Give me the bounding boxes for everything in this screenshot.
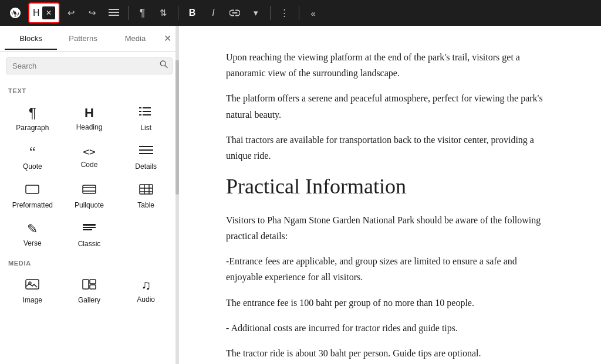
block-table-label: Table <box>137 201 154 209</box>
text-blocks-grid: ¶ Paragraph H Heading List “ <box>0 97 178 255</box>
section-label-media: MEDIA <box>0 255 178 269</box>
toolbar: H ✕ ↩ ↪ ¶ ⇅ B I ▾ ⋮ « <box>0 0 601 26</box>
list-icon <box>139 106 153 120</box>
gallery-icon <box>82 278 96 292</box>
block-classic[interactable]: Classic <box>62 215 117 253</box>
svg-rect-10 <box>143 114 151 115</box>
block-gallery[interactable]: Gallery <box>62 271 117 309</box>
svg-rect-24 <box>83 227 96 228</box>
classic-icon <box>82 222 96 236</box>
italic-button[interactable]: I <box>204 4 223 22</box>
svg-rect-5 <box>139 107 141 108</box>
block-gallery-label: Gallery <box>78 296 100 304</box>
media-blocks-grid: Image Gallery ♫ Audio <box>0 269 178 311</box>
sidebar-scrollbar[interactable] <box>175 26 179 364</box>
block-image[interactable]: Image <box>5 271 60 309</box>
editor-body-4[interactable]: - Additional costs are incurred for trac… <box>226 320 554 336</box>
deselect-block-button[interactable]: ✕ <box>42 6 55 19</box>
block-list[interactable]: List <box>118 99 174 137</box>
search-container <box>0 52 178 78</box>
block-preformatted-label: Preformatted <box>12 201 53 209</box>
svg-rect-0 <box>109 9 119 10</box>
more-rich-text-button[interactable]: ▾ <box>247 4 265 22</box>
block-code-label: Code <box>81 161 98 169</box>
editor-body-2[interactable]: -Entrance fees are applicable, and group… <box>226 253 554 285</box>
block-quote[interactable]: “ Quote <box>5 138 60 175</box>
block-details[interactable]: Details <box>118 138 174 175</box>
editor-paragraph-2[interactable]: The platform offers a serene and peacefu… <box>226 90 554 122</box>
svg-rect-26 <box>26 280 39 289</box>
block-heading-label: Heading <box>76 123 103 131</box>
audio-icon: ♫ <box>141 279 151 292</box>
editor-body-1[interactable]: Visitors to Pha Ngam Stone Garden Nation… <box>226 212 554 244</box>
svg-rect-9 <box>139 114 141 115</box>
svg-rect-12 <box>139 149 153 151</box>
block-verse[interactable]: ✎ Verse <box>5 215 60 253</box>
sidebar: Blocks Patterns Media ✕ TEXT ¶ <box>0 26 179 364</box>
list-view-button[interactable] <box>104 4 123 22</box>
svg-rect-13 <box>139 153 153 154</box>
svg-rect-30 <box>90 285 96 289</box>
toolbar-divider-3 <box>270 6 271 20</box>
svg-rect-18 <box>140 185 153 194</box>
svg-rect-14 <box>26 185 39 193</box>
tab-patterns[interactable]: Patterns <box>57 28 109 50</box>
editor-body-5[interactable]: The tractor ride is about 30 baht per pe… <box>226 345 554 361</box>
block-list-label: List <box>140 124 151 132</box>
tab-blocks[interactable]: Blocks <box>5 28 57 50</box>
block-code[interactable]: <> Code <box>62 138 117 175</box>
search-input[interactable] <box>6 57 173 74</box>
block-selected-indicator[interactable]: H ✕ <box>28 2 60 23</box>
quote-icon: “ <box>29 145 36 159</box>
link-button[interactable] <box>225 4 244 22</box>
block-preformatted[interactable]: Preformatted <box>5 176 60 214</box>
redo-button[interactable]: ↪ <box>83 4 102 22</box>
table-icon <box>139 183 153 198</box>
editor-area[interactable]: Upon reaching the viewing platform at th… <box>179 26 601 364</box>
editor-body-3[interactable]: The entrance fee is 100 baht per group o… <box>226 295 554 311</box>
scrollbar-thumb <box>175 60 179 195</box>
undo-button[interactable]: ↩ <box>62 4 81 22</box>
main-layout: Blocks Patterns Media ✕ TEXT ¶ <box>0 26 601 364</box>
block-image-label: Image <box>23 296 42 304</box>
bold-button[interactable]: B <box>183 4 202 22</box>
sidebar-tabs: Blocks Patterns Media ✕ <box>0 26 178 52</box>
toolbar-divider-2 <box>178 6 178 20</box>
tab-media[interactable]: Media <box>109 28 161 50</box>
block-details-label: Details <box>135 162 157 171</box>
svg-rect-29 <box>90 280 96 284</box>
wp-logo-button[interactable] <box>5 2 26 23</box>
sidebar-wrapper: Blocks Patterns Media ✕ TEXT ¶ <box>0 26 179 364</box>
block-audio[interactable]: ♫ Audio <box>118 271 174 309</box>
block-classic-label: Classic <box>78 240 101 248</box>
svg-rect-2 <box>109 15 119 16</box>
editor-heading[interactable]: Practical Information <box>226 173 554 200</box>
heading-block-icon: H <box>33 8 40 18</box>
block-heading[interactable]: H Heading <box>62 99 117 137</box>
block-pullquote-label: Pullquote <box>75 201 104 209</box>
svg-rect-23 <box>83 224 96 226</box>
block-pullquote[interactable]: Pullquote <box>62 176 117 214</box>
sidebar-close-button[interactable]: ✕ <box>161 30 174 46</box>
pullquote-icon <box>82 183 96 198</box>
block-table[interactable]: Table <box>118 176 174 214</box>
sidebar-content: TEXT ¶ Paragraph H Heading List <box>0 78 178 364</box>
svg-rect-7 <box>139 111 141 112</box>
paragraph-mark-button[interactable]: ¶ <box>133 4 152 22</box>
block-quote-label: Quote <box>23 162 42 171</box>
editor-paragraph-3[interactable]: Thai tractors are available for transpor… <box>226 132 554 164</box>
transform-button[interactable]: ⇅ <box>154 4 173 22</box>
options-button[interactable]: ⋮ <box>275 4 294 22</box>
block-paragraph[interactable]: ¶ Paragraph <box>5 99 60 137</box>
collapse-button[interactable]: « <box>304 4 323 22</box>
block-paragraph-label: Paragraph <box>16 124 49 132</box>
svg-rect-15 <box>83 185 96 193</box>
svg-rect-28 <box>83 280 89 289</box>
section-label-text: TEXT <box>0 83 178 97</box>
search-icon <box>160 60 168 70</box>
paragraph-icon: ¶ <box>29 106 36 120</box>
verse-icon: ✎ <box>27 223 38 236</box>
editor-paragraph-1[interactable]: Upon reaching the viewing platform at th… <box>226 49 554 81</box>
code-icon: <> <box>83 147 96 157</box>
svg-rect-11 <box>139 146 153 147</box>
